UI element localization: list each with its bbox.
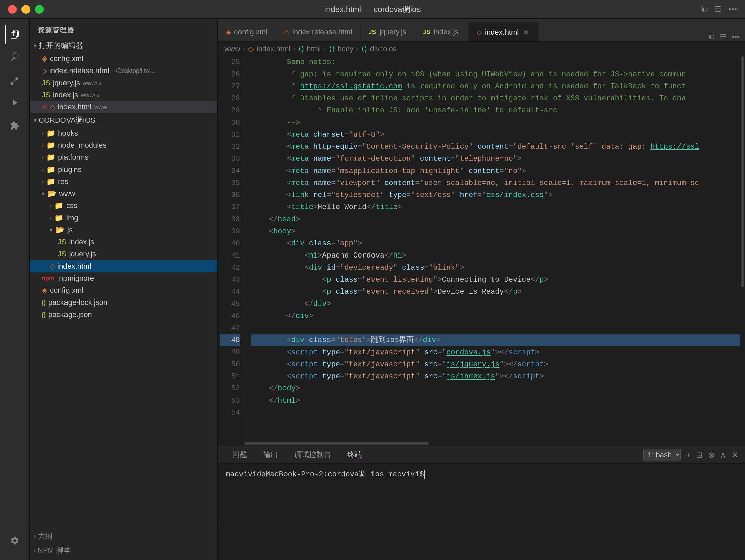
activity-bar-bottom [5, 530, 25, 553]
h-scrollbar-thumb[interactable] [244, 442, 429, 445]
panel-tab-debug[interactable]: 调试控制台 [286, 446, 339, 463]
npm-scripts-section[interactable]: › NPM 脚本 [30, 543, 217, 557]
tab-indexjs[interactable]: JS index.js [415, 23, 468, 41]
panel-up-button[interactable]: ∧ [720, 450, 726, 460]
kill-terminal-button[interactable]: ⊗ [708, 450, 715, 460]
tab-indexhtml[interactable]: ◇ index.html ✕ [468, 23, 539, 41]
editor-scrollbar[interactable] [740, 56, 745, 441]
tab-jquery[interactable]: JS jquery.js [361, 23, 415, 41]
activity-bar [0, 19, 30, 560]
breadcrumb-sep: › [323, 45, 326, 54]
window-controls [8, 5, 44, 14]
search-activity-icon[interactable] [5, 47, 25, 67]
html-tab-icon: ◇ [284, 28, 289, 36]
open-editor-name: index.html [58, 103, 91, 111]
code-line-39: <body> [251, 226, 745, 238]
open-editor-index-release[interactable]: ◇ index.release.html ~/Desktop/linx... [30, 65, 217, 77]
split-editor-button[interactable]: ⧉ [709, 33, 714, 41]
folder-hooks[interactable]: › 📁 hooks [30, 127, 217, 139]
toggle-sidebar-button[interactable]: ☰ [720, 33, 726, 41]
code-area[interactable]: Some notes: * gap: is required only on i… [245, 56, 745, 441]
open-editor-name: jquery.js [53, 78, 80, 87]
tab-label: index.js [434, 28, 459, 36]
project-section[interactable]: ▾ CORDOVA调IOS [30, 113, 217, 127]
folder-css[interactable]: › 📁 css [30, 200, 217, 212]
folder-node-modules[interactable]: › 📁 node_modules [30, 139, 217, 152]
file-packagejson[interactable]: {} package.json [30, 308, 217, 321]
terminal-selector[interactable]: 1: bash [643, 449, 681, 461]
code-line-30: --> [251, 117, 745, 129]
file-indexjs[interactable]: JS index.js [30, 236, 217, 248]
code-line-38: </head> [251, 213, 745, 226]
folder-name: node_modules [58, 141, 106, 150]
open-editor-indexhtml[interactable]: ✕ ◇ index.html www [30, 101, 217, 113]
folder-name: js [67, 226, 72, 234]
folder-www[interactable]: ▾ 📂 www [30, 188, 217, 200]
terminal-content[interactable]: macvivideMacBook-Pro-2:cordova调 ios macv… [218, 464, 745, 560]
debug-label: 调试控制台 [294, 450, 331, 460]
source-control-activity-icon[interactable] [5, 70, 25, 90]
breadcrumb-html[interactable]: html [307, 45, 321, 54]
add-terminal-button[interactable]: + [686, 450, 690, 460]
breadcrumb-body[interactable]: body [337, 45, 354, 54]
problems-label: 问题 [232, 450, 247, 460]
tab-close-button[interactable]: ✕ [522, 28, 530, 37]
explorer-activity-icon[interactable] [5, 24, 25, 44]
file-configxml[interactable]: ◈ config.xml [30, 284, 217, 296]
breadcrumb-divtolos[interactable]: div.tolos [370, 45, 397, 54]
open-editor-indexjs[interactable]: JS index.js www/js [30, 89, 217, 101]
js-icon: JS [58, 250, 66, 259]
code-line-36: <link rel="stylesheet" type="text/css" h… [251, 189, 745, 201]
code-line-49: <script type="text/javascript" src="cord… [251, 347, 745, 359]
more-tab-actions[interactable]: ••• [732, 33, 740, 41]
tabs-right-controls: ⧉ ☰ ••• [704, 33, 745, 41]
split-editor-icon[interactable]: ⧉ [702, 5, 708, 14]
html-tab-icon: ◇ [477, 28, 482, 36]
split-terminal-button[interactable]: ⊟ [696, 450, 703, 460]
run-activity-icon[interactable] [5, 93, 25, 113]
close-panel-button[interactable]: ✕ [732, 450, 738, 460]
panel-tab-output[interactable]: 输出 [255, 446, 286, 463]
folder-img[interactable]: › 📁 img [30, 212, 217, 224]
panel-controls: 1: bash + ⊟ ⊗ ∧ ✕ [643, 449, 738, 461]
close-window-button[interactable] [8, 5, 17, 14]
open-editor-config-xml[interactable]: ◈ config.xml [30, 53, 217, 65]
js-tab-icon: JS [369, 29, 376, 36]
editor-content[interactable]: 2526272829 3031323334 3536373839 4041424… [218, 56, 745, 441]
panel-tab-problems[interactable]: 问题 [224, 446, 255, 463]
sidebar-footer: › 大纲 › NPM 脚本 [30, 526, 217, 560]
folder-js[interactable]: ▾ 📂 js [30, 224, 217, 236]
breadcrumb-file[interactable]: index.html [257, 45, 290, 54]
file-jqueryjs[interactable]: JS jquery.js [30, 248, 217, 260]
code-line-41: <h1>Apache Cordova</h1> [251, 250, 745, 262]
file-npmignore[interactable]: npm .npmignore [30, 272, 217, 284]
editor-scrollbar-thumb[interactable] [741, 56, 744, 287]
open-editor-jquery[interactable]: JS jquery.js www/js [30, 77, 217, 89]
folder-plugins[interactable]: › 📁 plugins [30, 164, 217, 175]
panel-tab-terminal[interactable]: 终端 [339, 446, 370, 463]
tab-config-xml[interactable]: ◈ config.xml [218, 23, 276, 41]
toggle-panel-icon[interactable]: ☰ [714, 5, 722, 14]
folder-platforms[interactable]: › 📁 platforms [30, 152, 217, 164]
file-indexhtml[interactable]: ◇ index.html [30, 260, 217, 272]
extensions-activity-icon[interactable] [5, 116, 25, 136]
breadcrumb-www[interactable]: www [224, 45, 240, 54]
code-line-44: <p class="event received">Device is Read… [251, 286, 745, 298]
terminal-prompt: macvivideMacBook-Pro-2:cordova调 ios macv… [226, 470, 424, 479]
maximize-window-button[interactable] [35, 5, 44, 14]
code-line-29: * Enable inline JS: add 'unsafe-inline' … [251, 105, 745, 117]
npm-icon: npm [42, 275, 55, 282]
outline-section[interactable]: › 大纲 [30, 529, 217, 543]
breadcrumb-sep: › [356, 45, 358, 54]
open-editor-path: www/js [80, 92, 100, 99]
more-actions-icon[interactable]: ••• [728, 5, 737, 14]
tab-index-release[interactable]: ◇ index.release.html [276, 23, 361, 41]
open-editor-name: config.xml [50, 55, 83, 63]
horizontal-scrollbar[interactable] [218, 441, 745, 446]
settings-activity-icon[interactable] [5, 530, 25, 551]
open-editors-section[interactable]: ▾ 打开的编辑器 [30, 39, 217, 53]
html-icon: ◇ [42, 67, 47, 75]
file-packagelockjson[interactable]: {} package-lock.json [30, 296, 217, 308]
folder-res[interactable]: › 📁 res [30, 175, 217, 188]
minimize-window-button[interactable] [22, 5, 30, 14]
